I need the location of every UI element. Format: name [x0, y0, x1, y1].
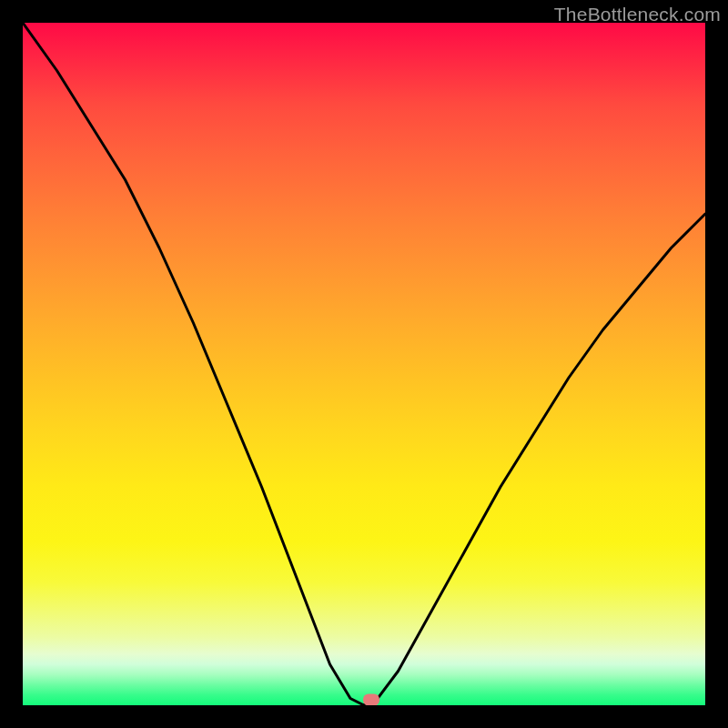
curve-svg [23, 23, 705, 705]
watermark-text: TheBottleneck.com [554, 4, 721, 25]
plot-area [23, 23, 705, 705]
chart-frame: TheBottleneck.com [0, 0, 728, 728]
bottleneck-curve [23, 23, 705, 705]
optimum-marker [363, 694, 379, 706]
